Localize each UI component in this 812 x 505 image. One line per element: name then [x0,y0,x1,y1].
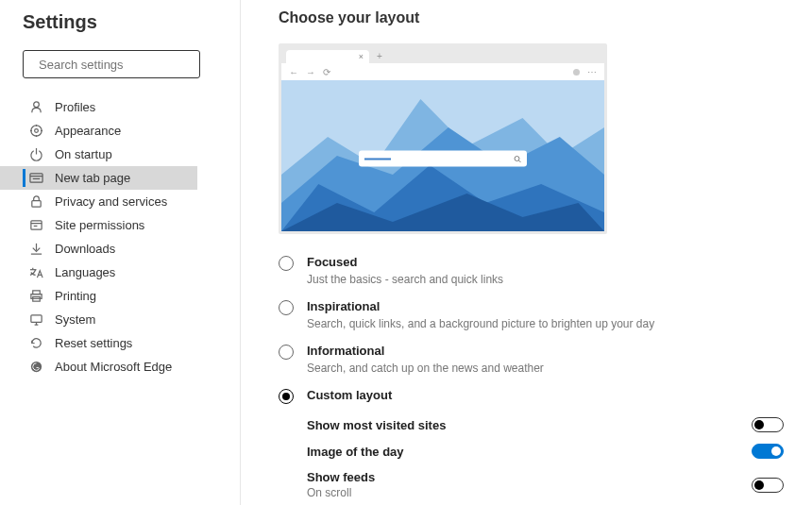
sidebar-item-label: Appearance [55,124,121,138]
sidebar-item-permissions[interactable]: Site permissions [0,213,240,237]
svg-rect-14 [31,221,42,229]
toggle-show-feeds[interactable] [752,478,784,493]
newtab-icon [29,171,43,185]
forward-icon: → [306,67,315,77]
option-label: Focused [307,255,784,269]
sidebar-item-label: New tab page [55,171,130,185]
sidebar: Settings Profiles Appearance On startup … [0,0,241,505]
option-focused[interactable]: Focused Just the basics - search and qui… [279,255,784,286]
option-desc: Search, and catch up on the news and wea… [307,362,784,375]
page-title: Settings [23,11,240,33]
option-desc: Search, quick links, and a background pi… [307,317,784,330]
sidebar-item-label: Languages [55,265,115,279]
sidebar-item-label: Privacy and services [55,194,167,209]
sidebar-item-printing[interactable]: Printing [0,284,240,308]
sidebar-item-languages[interactable]: Languages [0,261,240,284]
sub-option-most-visited: Show most visited sites [307,417,784,432]
reset-icon [29,336,43,350]
section-title: Choose your layout [279,9,784,26]
radio-button[interactable] [279,389,294,404]
toggle-image-of-day[interactable] [752,444,784,459]
download-icon [29,242,43,256]
more-icon: ⋯ [587,67,597,77]
radio-button[interactable] [279,300,294,315]
svg-point-3 [31,126,42,136]
sidebar-nav: Profiles Appearance On startup New tab p… [0,95,240,379]
sidebar-item-privacy[interactable]: Privacy and services [0,190,240,213]
sidebar-item-system[interactable]: System [0,308,240,331]
sidebar-item-label: Printing [55,289,96,303]
sidebar-item-about[interactable]: About Microsoft Edge [0,355,240,379]
lock-icon [29,194,43,209]
option-informational[interactable]: Informational Search, and catch up on th… [279,344,784,375]
profile-icon [29,100,43,114]
svg-point-2 [34,102,40,108]
power-icon [29,147,43,161]
search-input-field[interactable] [39,58,197,72]
option-desc: Just the basics - search and quick links [307,273,784,286]
site-icon [29,218,43,232]
printer-icon [29,289,43,303]
option-label: Custom layout [307,388,784,402]
radio-button[interactable] [279,345,294,360]
layout-preview: × + ← → ⟳ ⋯ [279,43,607,234]
sidebar-item-appearance[interactable]: Appearance [0,119,240,143]
svg-rect-13 [32,201,41,208]
sidebar-item-label: System [55,312,95,327]
back-icon: ← [289,67,298,77]
preview-body [281,80,604,231]
language-icon [29,265,43,279]
sidebar-item-label: Reset settings [55,336,132,350]
preview-tab: × [286,50,369,63]
svg-rect-10 [30,174,42,182]
preview-newtab-icon: + [377,51,382,61]
search-settings-input[interactable] [23,50,200,78]
sidebar-item-downloads[interactable]: Downloads [0,237,240,261]
option-label: Informational [307,344,784,358]
main-content: Choose your layout × + ← → ⟳ ⋯ [241,0,812,505]
svg-point-4 [35,129,39,133]
svg-point-34 [515,156,519,160]
system-icon [29,312,43,327]
sidebar-item-label: Downloads [55,242,115,256]
svg-line-35 [519,160,521,162]
preview-searchbar [359,151,527,167]
sub-option-show-feeds: Show feeds On scroll [307,470,784,499]
sub-option-desc: On scroll [307,486,375,499]
sidebar-item-label: On startup [55,147,112,161]
preview-toolbar: ← → ⟳ ⋯ [281,63,604,80]
sidebar-item-label: Profiles [55,100,95,114]
preview-avatar [573,69,580,76]
option-inspirational[interactable]: Inspirational Search, quick links, and a… [279,299,784,330]
toggle-most-visited[interactable] [752,417,784,432]
sidebar-item-reset[interactable]: Reset settings [0,331,240,355]
appearance-icon [29,124,43,138]
search-icon [514,155,521,162]
sub-option-image-of-day: Image of the day [307,444,784,459]
preview-tabbar: × + [281,46,604,63]
option-custom[interactable]: Custom layout [279,388,784,404]
svg-rect-25 [31,315,42,323]
edge-icon [29,360,43,374]
preview-search-placeholder [364,158,391,160]
sidebar-item-profiles[interactable]: Profiles [0,95,240,119]
sidebar-item-newtab[interactable]: New tab page [0,166,197,190]
sub-option-label: Image of the day [307,445,404,459]
option-label: Inspirational [307,299,784,313]
sub-option-label: Show feeds [307,470,375,484]
refresh-icon: ⟳ [323,67,330,77]
sidebar-item-label: Site permissions [55,218,144,232]
sidebar-item-label: About Microsoft Edge [55,360,172,374]
radio-button[interactable] [279,256,294,271]
sub-option-label: Show most visited sites [307,418,446,432]
sidebar-item-startup[interactable]: On startup [0,143,240,166]
